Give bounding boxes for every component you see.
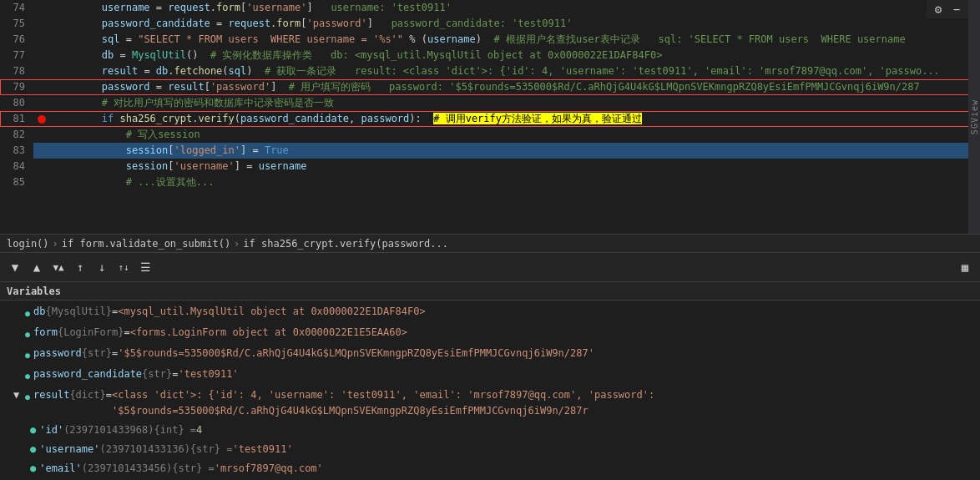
var-expand-icon[interactable]: ▼ (13, 387, 25, 403)
step-into-btn[interactable]: ▼▲ (50, 259, 67, 275)
code-line-78: 78 result = db.fetchone(sql) # 获取一条记录 re… (0, 63, 980, 79)
line-number: 82 (0, 127, 33, 143)
breakpoint-icon[interactable] (38, 115, 46, 124)
code-token: # 对比用户填写的密码和数据库中记录密码是否一致 (53, 97, 334, 109)
line-content: result = db.fetchone(sql) # 获取一条记录 resul… (50, 63, 980, 79)
child-indicator: ● (30, 422, 36, 438)
variables-header: Variables (0, 282, 980, 301)
var-item[interactable]: ▼ ●result {dict} = <class 'dict'>: {'id'… (0, 386, 980, 421)
code-token: 'logged_in' (174, 144, 240, 156)
child-name: 'email' (39, 461, 82, 477)
code-token: . (168, 65, 174, 77)
breadcrumb-item-2[interactable]: if form.validate_on_submit() (62, 238, 230, 250)
var-value: 'test0911' (178, 366, 238, 382)
line-gutter (33, 127, 50, 143)
code-token: form (276, 18, 301, 29)
step-down-btn[interactable]: ▼ (7, 259, 23, 275)
layout-icon[interactable]: ▦ (957, 259, 973, 275)
code-line-80: 80 # 对比用户填写的密码和数据库中记录密码是否一致 (0, 95, 980, 111)
line-gutter (33, 16, 50, 32)
code-line-77: 77 db = MysqlUtil() # 实例化数据库操作类 db: <mys… (0, 48, 980, 63)
var-item[interactable]: ●db {MysqlUtil} = <mysql_util.MysqlUtil … (0, 302, 980, 323)
line-gutter (33, 0, 50, 16)
line-content: # ...设置其他... (50, 174, 980, 190)
child-value: 4 (196, 422, 202, 438)
var-name: result (33, 387, 69, 403)
code-line-83: 83 session['logged_in'] = True (0, 143, 980, 159)
code-token: # ...设置其他... (53, 176, 215, 188)
code-token: True (265, 144, 289, 156)
step-up-btn[interactable]: ▲ (28, 259, 45, 275)
line-gutter (33, 63, 50, 79)
code-token: ): (409, 113, 433, 124)
code-token: db (53, 49, 114, 61)
step-next-btn[interactable]: ↓ (93, 259, 110, 275)
var-child-item[interactable]: ●'id' (2397101433968) {int} = 4 (0, 421, 980, 440)
code-line-79: 79 password = result['password'] # 用户填写的… (0, 79, 980, 95)
var-item[interactable]: ●form {LoginForm} = <forms.LoginForm obj… (0, 323, 980, 344)
code-line-76: 76 sql = "SELECT * FROM users WHERE user… (0, 32, 980, 48)
line-number: 80 (0, 95, 33, 111)
line-content: # 对比用户填写的密码和数据库中记录密码是否一致 (50, 95, 980, 111)
code-line-75: 75 password_candidate = request.form['pa… (0, 16, 980, 32)
code-token: = (138, 65, 156, 77)
line-content: # 写入session (50, 127, 980, 143)
code-token: password_candidate (53, 18, 210, 29)
var-name: password_candidate (33, 366, 142, 382)
sg-view-panel: SGView (968, 0, 980, 234)
line-number: 74 (0, 0, 33, 16)
code-token: request (168, 2, 210, 13)
run-to-cursor-btn[interactable]: ↑↓ (115, 259, 132, 275)
var-value: '$5$rounds=535000$Rd/C.aRhQjG4U4kG$LMQpn… (118, 346, 594, 361)
line-content: password_candidate = request.form['passw… (50, 16, 980, 32)
line-gutter (33, 95, 50, 111)
code-token: # 实例化数据库操作类 db: <mysql_util.MysqlUtil ob… (210, 49, 662, 61)
child-value: 'test0911' (232, 442, 292, 457)
code-token: MysqlUtil (132, 49, 186, 61)
code-token: ) (246, 65, 265, 77)
code-token: fetchone (174, 65, 223, 77)
code-token: [ (168, 160, 174, 172)
breadcrumb-sep-2: › (234, 238, 240, 250)
code-token: , (349, 113, 361, 124)
var-value: <forms.LoginForm object at 0x0000022E1E5… (130, 325, 407, 341)
code-token: [ (205, 81, 210, 93)
breadcrumb-item-3[interactable]: if sha256_crypt.verify(password... (243, 238, 448, 250)
code-token: = (119, 33, 138, 45)
code-token: password_candidate: 'test0911' (391, 18, 573, 29)
var-name: password (33, 346, 82, 361)
code-token: = (210, 18, 229, 29)
code-token: verify (198, 113, 234, 124)
child-indicator: ● (30, 461, 36, 477)
code-token: ( (222, 65, 228, 77)
breadcrumb-item-1[interactable]: login() (7, 238, 49, 250)
var-type-badge: {MysqlUtil} (45, 304, 111, 320)
code-token (53, 144, 126, 156)
collapse-icon[interactable]: − (948, 1, 965, 18)
step-out-btn[interactable]: ↑ (72, 259, 88, 275)
var-item[interactable]: ●password_candidate {str} = 'test0911' (0, 365, 980, 386)
variable-list: ●db {MysqlUtil} = <mysql_util.MysqlUtil … (0, 301, 980, 480)
show-frames-btn[interactable]: ☰ (137, 259, 154, 275)
line-number: 83 (0, 143, 33, 159)
code-token: # 写入session (53, 129, 200, 140)
code-token: () (186, 49, 210, 61)
var-child-item[interactable]: ●'email' (2397101433456) {str} = 'mrsof7… (0, 459, 980, 478)
code-token: ] (367, 18, 391, 29)
code-token: 'password' (306, 18, 366, 29)
var-type-indicator: ● (25, 368, 30, 384)
code-token: = (114, 49, 132, 61)
var-type-indicator: ● (25, 326, 30, 342)
child-value: 'mrsof7897@qq.com' (215, 461, 323, 477)
code-token: # 根据用户名查找user表中记录 sql: 'SELECT * FROM us… (493, 33, 905, 45)
settings-icon[interactable]: ⚙ (930, 1, 947, 18)
var-child-item[interactable]: ●'username' (2397101433136) {str} = 'tes… (0, 440, 980, 459)
code-token: sha256_crypt (119, 113, 192, 124)
code-lines: 74 username = request.form['username'] u… (0, 0, 980, 234)
code-token: username: 'test0911' (331, 2, 452, 13)
var-item[interactable]: ●password {str} = '$5$rounds=535000$Rd/C… (0, 344, 980, 365)
line-content: username = request.form['username'] user… (50, 0, 980, 16)
code-line-84: 84 session['username'] = username (0, 159, 980, 174)
code-token: [ (168, 144, 174, 156)
code-token: session (126, 144, 169, 156)
